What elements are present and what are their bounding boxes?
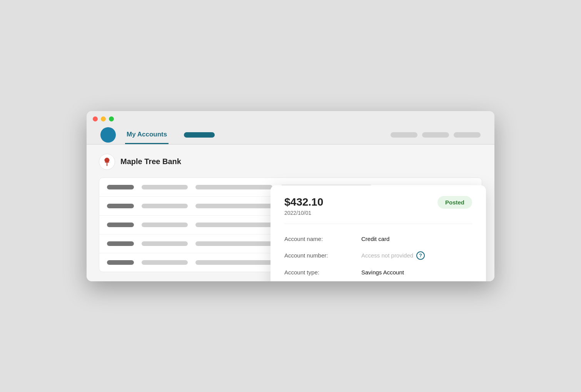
title-bar: My Accounts: [87, 111, 494, 145]
account-name-value: Credit card: [361, 236, 389, 242]
account-type-value: Savings Account: [361, 269, 404, 276]
tab-my-accounts[interactable]: My Accounts: [125, 126, 169, 144]
bank-logo-icon: [102, 157, 112, 167]
row-pill-light-1: [142, 185, 188, 189]
account-name-label: Account name:: [284, 236, 361, 242]
close-button[interactable]: [93, 116, 98, 121]
detail-card: $432.10 2022/10/01 Posted Account name: …: [270, 185, 486, 281]
detail-amount: $432.10: [284, 196, 323, 208]
nav-placeholder-3: [454, 132, 481, 138]
nav-active-indicator: [184, 132, 215, 138]
nav-bar: My Accounts: [93, 126, 488, 144]
nav-placeholder-group: [391, 132, 481, 138]
bank-logo: [99, 154, 115, 170]
row-pill-light-3: [142, 223, 188, 227]
detail-date: 2022/10/01: [284, 210, 323, 216]
detail-header: $432.10 2022/10/01 Posted: [284, 196, 472, 224]
row-pill-dark-2: [107, 204, 134, 208]
account-number-value: Access not provided ?: [361, 251, 425, 260]
nav-placeholder-2: [422, 132, 449, 138]
row-pill-light-4: [142, 241, 188, 246]
row-pill-light-2: [142, 204, 188, 208]
main-layout: $432.10 2022/10/01 Posted Account name: …: [99, 178, 482, 272]
detail-fields: Account name: Credit card Account number…: [284, 236, 472, 281]
traffic-lights: [93, 116, 488, 121]
posted-badge: Posted: [437, 196, 472, 209]
row-pill-wide-1: [195, 185, 272, 189]
row-pill-light-5: [142, 260, 188, 265]
account-type-label: Account type:: [284, 269, 361, 276]
content-area: Maple Tree Bank: [87, 145, 494, 281]
app-logo: [100, 127, 116, 143]
bank-name: Maple Tree Bank: [120, 157, 181, 166]
row-pill-dark-1: [107, 185, 134, 189]
help-icon[interactable]: ?: [416, 251, 425, 260]
detail-field-account-name: Account name: Credit card: [284, 236, 472, 242]
bank-header: Maple Tree Bank: [99, 154, 482, 170]
row-pill-wide-3: [195, 223, 272, 227]
nav-placeholder-1: [391, 132, 417, 138]
app-window: My Accounts Maple Tree Bank: [87, 111, 494, 281]
row-pill-dark-4: [107, 241, 134, 246]
account-number-label: Account number:: [284, 252, 361, 259]
maximize-button[interactable]: [109, 116, 114, 121]
detail-amount-group: $432.10 2022/10/01: [284, 196, 323, 216]
minimize-button[interactable]: [101, 116, 106, 121]
row-pill-dark-3: [107, 223, 134, 227]
detail-field-account-number: Account number: Access not provided ?: [284, 251, 472, 260]
detail-field-account-type: Account type: Savings Account: [284, 269, 472, 276]
row-pill-wide-2: [195, 204, 272, 208]
row-pill-dark-5: [107, 260, 134, 265]
